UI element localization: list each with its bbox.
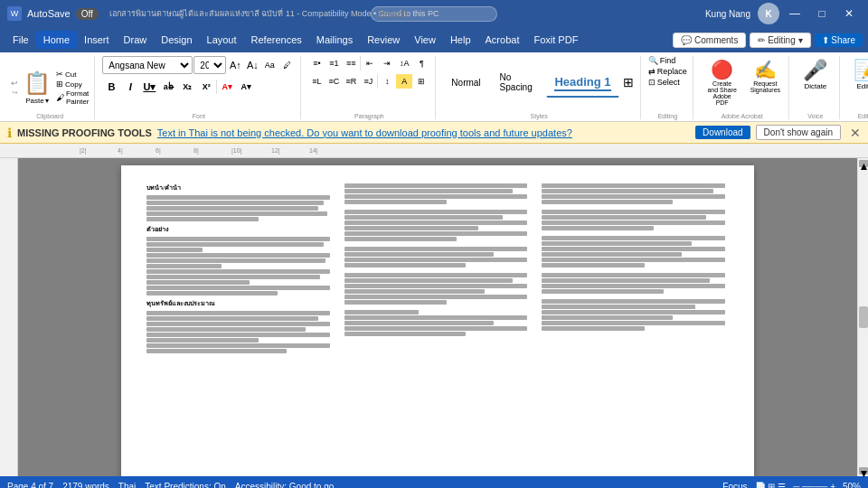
ribbon-row: ↩ ↪ 📋 Paste▾ ✂ Cut ⊞ Copy 🖌 Format Paint… [5, 56, 863, 119]
decrease-font-button[interactable]: A↓ [244, 58, 260, 72]
format-painter-button[interactable]: 🖌 Format Painter [56, 89, 89, 106]
request-signatures-button[interactable]: ✍ RequestSignatures [747, 56, 783, 108]
minimize-button[interactable]: — [783, 5, 807, 23]
cut-button[interactable]: ✂ Cut [56, 70, 89, 79]
doc-line [344, 221, 528, 225]
doc-line [542, 247, 725, 251]
font-format-row: B I U▾ ab̶ X₂ X² A▾ A▾ [102, 78, 255, 96]
notification-close-button[interactable]: ✕ [850, 126, 861, 140]
scroll-thumb[interactable] [859, 306, 868, 328]
menu-item-layout[interactable]: Layout [200, 31, 244, 49]
create-pdf-button[interactable]: 🔴 Create and ShareAdobe PDF [701, 56, 743, 108]
notification-link[interactable]: Text in Thai is not being checked. Do yo… [157, 127, 572, 138]
font-size-select[interactable]: 20 [193, 56, 226, 74]
doc-line [542, 258, 725, 262]
styles-dropdown[interactable]: ⊞ [622, 75, 635, 89]
menu-item-draw[interactable]: Draw [117, 31, 155, 49]
notification-title: MISSING PROOFING TOOLS [17, 127, 152, 138]
editing-button[interactable]: ✏ Editing ▾ [750, 33, 810, 48]
font-color-button[interactable]: A▾ [218, 78, 236, 96]
bullets-button[interactable]: ≡• [308, 56, 325, 70]
style-no-spacing[interactable]: No Spacing [492, 67, 544, 98]
sort-button[interactable]: ↕A [396, 56, 412, 70]
share-button[interactable]: ⬆ Share [815, 33, 863, 47]
doc-line [344, 284, 528, 288]
menu-item-view[interactable]: View [407, 31, 443, 49]
doc-line [146, 327, 306, 332]
copy-button[interactable]: ⊞ Copy [56, 80, 89, 89]
heading1-label: Heading 1 [554, 75, 610, 91]
select-button[interactable]: ⊡ Select [648, 78, 687, 87]
change-case-button[interactable]: Aa [261, 58, 278, 72]
bold-button[interactable]: B [102, 78, 120, 96]
doc-line [344, 215, 504, 220]
menu-item-help[interactable]: Help [443, 31, 478, 49]
style-normal[interactable]: Normal [443, 67, 488, 98]
voice-group: 🎤 Dictate Voice [791, 56, 840, 119]
decrease-indent-button[interactable]: ⇤ [362, 56, 378, 70]
paste-dropdown[interactable]: ▾ [45, 97, 49, 105]
menu-item-file[interactable]: File [5, 31, 36, 49]
find-button[interactable]: 🔍 Find [648, 56, 687, 65]
maximize-button[interactable]: □ [810, 5, 834, 23]
menu-item-references[interactable]: References [244, 31, 309, 49]
close-button[interactable]: ✕ [837, 5, 861, 23]
doc-line [542, 289, 663, 294]
dont-show-button[interactable]: Don't show again [756, 125, 841, 140]
replace-button[interactable]: ⇄ Replace [648, 67, 687, 76]
doc-line [344, 210, 528, 214]
menu-item-insert[interactable]: Insert [77, 31, 117, 49]
clear-format-button[interactable]: 🖊 [278, 58, 295, 72]
menu-item-acrobat[interactable]: Acrobat [478, 31, 527, 49]
align-right-button[interactable]: ≡R [343, 74, 359, 89]
highlight-button[interactable]: A▾ [237, 78, 255, 96]
scroll-up-button[interactable]: ▲ [859, 160, 868, 167]
menu-item-foxit[interactable]: Foxit PDF [526, 31, 585, 49]
line-spacing-button[interactable]: ↕ [379, 74, 395, 89]
menu-item-mailings[interactable]: Mailings [309, 31, 360, 49]
download-button[interactable]: Download [695, 126, 750, 139]
doc-line [146, 264, 222, 268]
borders-button[interactable]: ⊞ [413, 74, 429, 89]
strikethrough-button[interactable]: ab̶ [159, 78, 177, 96]
doc-line [146, 349, 287, 353]
align-center-button[interactable]: ≡C [326, 74, 342, 89]
menu-item-review[interactable]: Review [360, 31, 407, 49]
menu-item-design[interactable]: Design [154, 31, 199, 49]
multilevel-button[interactable]: ≡≡ [343, 56, 359, 70]
doc-line [542, 263, 645, 267]
shading-button[interactable]: A [396, 74, 412, 89]
italic-button[interactable]: I [121, 78, 139, 96]
doc-line [344, 252, 494, 257]
subscript-button[interactable]: X₂ [178, 78, 196, 96]
comments-button[interactable]: 💬 Comments [673, 33, 746, 48]
justify-button[interactable]: ≡J [360, 74, 376, 89]
underline-button[interactable]: U▾ [140, 78, 158, 96]
editor-button[interactable]: 📝 Editor [847, 56, 868, 93]
increase-indent-button[interactable]: ⇥ [379, 56, 395, 70]
show-marks-button[interactable]: ¶ [413, 56, 429, 70]
menu-item-home[interactable]: Home [36, 31, 77, 49]
paragraph-group: ≡• ≡1 ≡≡ ⇤ ⇥ ↕A ¶ ≡L ≡C ≡R ≡J ↕ A ⊞ Para… [303, 56, 436, 119]
focus-button[interactable]: Focus [722, 482, 747, 489]
cut-copy-group: ✂ Cut ⊞ Copy 🖌 Format Painter [56, 70, 89, 106]
title-search-input[interactable] [371, 6, 497, 22]
scroll-down-button[interactable]: ▼ [859, 467, 868, 474]
ribbon: ↩ ↪ 📋 Paste▾ ✂ Cut ⊞ Copy 🖌 Format Paint… [0, 52, 868, 122]
align-left-button[interactable]: ≡L [308, 74, 325, 89]
autosave-toggle[interactable]: Off [76, 8, 99, 20]
accessibility[interactable]: Accessibility: Good to go [235, 482, 335, 489]
style-heading1[interactable]: Heading 1 [546, 67, 618, 98]
numbering-button[interactable]: ≡1 [326, 56, 342, 70]
dictate-button[interactable]: 🎤 Dictate [797, 56, 834, 93]
vertical-scrollbar[interactable]: ▲ ▼ [857, 158, 868, 476]
increase-font-button[interactable]: A↑ [227, 58, 243, 72]
doc-line [344, 189, 513, 193]
doc-line [146, 322, 330, 326]
replace-label: Replace [657, 67, 687, 76]
zoom-slider[interactable]: ─ ──── + [793, 482, 835, 489]
paste-button[interactable]: 📋 [24, 70, 51, 97]
font-name-select[interactable]: Angsana New [102, 56, 193, 74]
document-area[interactable]: บทนำ/คำนำ ตัวอย่าง [18, 158, 857, 476]
superscript-button[interactable]: X² [197, 78, 215, 96]
